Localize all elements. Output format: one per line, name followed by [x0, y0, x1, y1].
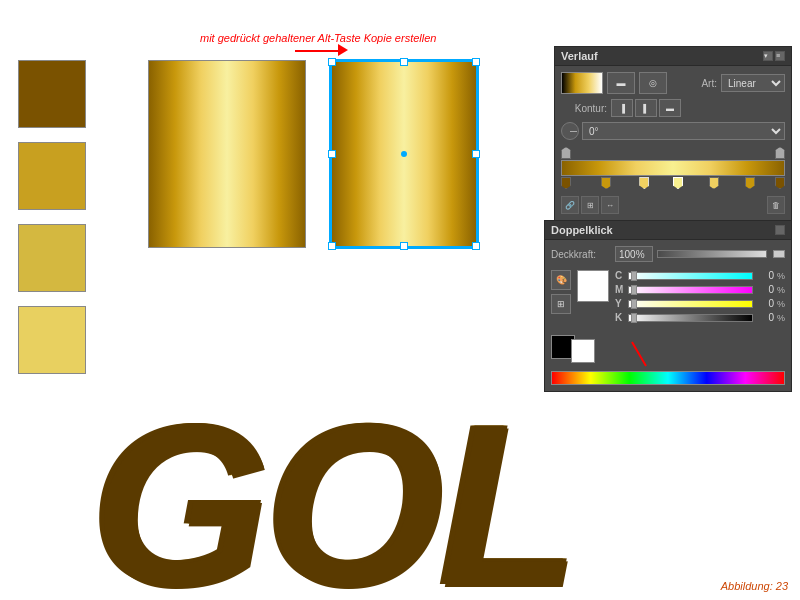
color-stop-2[interactable]: [601, 177, 611, 189]
reverse-btn[interactable]: ↔: [601, 196, 619, 214]
color-stop-3[interactable]: [639, 177, 649, 189]
gradient-preview[interactable]: [561, 72, 603, 94]
opacity-stops: [561, 145, 785, 159]
verlauf-panel-title: Verlauf: [561, 50, 598, 62]
cmyk-m-thumb[interactable]: [631, 285, 637, 295]
main-gradient-bar[interactable]: [561, 160, 785, 176]
cmyk-k-track[interactable]: [628, 314, 753, 322]
cmyk-c-value: 0: [756, 270, 774, 281]
panel-controls: ▾ ≡: [763, 51, 785, 61]
color-stop-1[interactable]: [561, 177, 571, 189]
color-panel-body: Deckkraft: 🎨 ⊞ C: [545, 240, 791, 391]
verlauf-panel: Verlauf ▾ ≡ ▬ ◎ Art: Linear Kontur:: [554, 46, 792, 221]
cmyk-y-row: Y 0 %: [615, 298, 785, 309]
cmyk-k-thumb[interactable]: [631, 313, 637, 323]
cmyk-c-row: C 0 %: [615, 270, 785, 281]
cmyk-m-track[interactable]: [628, 286, 753, 294]
color-stop-7[interactable]: [775, 177, 785, 189]
verlauf-title-bar: Verlauf ▾ ≡: [555, 47, 791, 66]
cmyk-k-row: K 0 %: [615, 312, 785, 323]
cmyk-m-row: M 0 %: [615, 284, 785, 295]
color-stops: [561, 177, 785, 193]
swatch-4[interactable]: [18, 306, 86, 374]
trash-btn[interactable]: 🗑: [767, 196, 785, 214]
kontur-label: Kontur:: [561, 103, 607, 114]
opacity-stop-right[interactable]: [775, 147, 785, 159]
cmyk-k-value: 0: [756, 312, 774, 323]
bg-color[interactable]: [571, 339, 595, 363]
opacity-slider[interactable]: [657, 250, 767, 258]
art-label: Art:: [671, 78, 717, 89]
cmyk-sliders: C 0 % M 0 %: [615, 270, 785, 326]
gradient-radial-btn[interactable]: ◎: [639, 72, 667, 94]
swatches-panel: [18, 60, 86, 374]
gold-text: GOL: [90, 390, 573, 600]
cmyk-c-thumb[interactable]: [631, 271, 637, 281]
handle-bottom-right[interactable]: [472, 242, 480, 250]
cmyk-m-label: M: [615, 284, 625, 295]
bottom-icons-left: 🔗 ⊞ ↔: [561, 196, 619, 214]
opacity-input[interactable]: [615, 246, 653, 262]
cmyk-c-track[interactable]: [628, 272, 753, 280]
handle-top-mid[interactable]: [400, 58, 408, 66]
color-panel: Doppelklick Deckkraft: 🎨 ⊞: [544, 220, 792, 392]
white-swatch[interactable]: [577, 270, 609, 302]
gradient-type-row: ▬ ◎ Art: Linear: [561, 72, 785, 94]
handle-top-right[interactable]: [472, 58, 480, 66]
color-picker-area: 🎨 ⊞ C 0 %: [551, 270, 785, 326]
opacity-stop-left[interactable]: [561, 147, 571, 159]
arrow-line: [295, 50, 341, 52]
grid-icon-btn[interactable]: ⊞: [581, 196, 599, 214]
angle-row: 0°: [561, 122, 785, 140]
handle-bottom-left[interactable]: [328, 242, 336, 250]
cmyk-k-percent: %: [777, 313, 785, 323]
fg-bg-row: [551, 331, 785, 363]
cmyk-c-percent: %: [777, 271, 785, 281]
art-select[interactable]: Linear: [721, 74, 785, 92]
cmyk-y-label: Y: [615, 298, 625, 309]
grid2-icon-btn[interactable]: ⊞: [551, 294, 571, 314]
color-panel-close[interactable]: [775, 225, 785, 235]
angle-select[interactable]: 0°: [582, 122, 785, 140]
angle-wheel[interactable]: [561, 122, 579, 140]
panel-menu-btn[interactable]: ≡: [775, 51, 785, 61]
verlauf-bottom-row: 🔗 ⊞ ↔ 🗑: [561, 196, 785, 214]
opacity-label: Deckkraft:: [551, 249, 611, 260]
spectrum-bar[interactable]: [551, 371, 785, 385]
swatch-3[interactable]: [18, 224, 86, 292]
kontur-btn-1[interactable]: ▐: [611, 99, 633, 117]
kontur-btn-2[interactable]: ▌: [635, 99, 657, 117]
link-icon-btn[interactable]: 🔗: [561, 196, 579, 214]
swatch-2[interactable]: [18, 142, 86, 210]
handle-mid-right[interactable]: [472, 150, 480, 158]
panel-collapse-btn[interactable]: ▾: [763, 51, 773, 61]
color-panel-controls: [775, 225, 785, 235]
verlauf-body: ▬ ◎ Art: Linear Kontur: ▐ ▌ ▬: [555, 66, 791, 220]
gradient-linear-btn[interactable]: ▬: [607, 72, 635, 94]
color-stop-5[interactable]: [709, 177, 719, 189]
color-stop-4-selected[interactable]: [673, 177, 683, 189]
opacity-slider-thumb[interactable]: [773, 250, 785, 258]
cmyk-k-label: K: [615, 312, 625, 323]
color-bottom: [551, 331, 785, 385]
color-icons-col: 🎨 ⊞: [551, 270, 571, 314]
gradient-rect-copy[interactable]: [330, 60, 478, 248]
handle-mid-left[interactable]: [328, 150, 336, 158]
doppelklick-label: Doppelklick: [551, 224, 613, 236]
palette-icon-btn[interactable]: 🎨: [551, 270, 571, 290]
kontur-buttons: ▐ ▌ ▬: [611, 99, 681, 117]
figure-number: Abbildung: 23: [721, 580, 788, 592]
cmyk-y-value: 0: [756, 298, 774, 309]
cmyk-y-percent: %: [777, 299, 785, 309]
center-dot: [401, 151, 407, 157]
kontur-btn-3[interactable]: ▬: [659, 99, 681, 117]
cmyk-m-percent: %: [777, 285, 785, 295]
handle-bottom-mid[interactable]: [400, 242, 408, 250]
cmyk-m-value: 0: [756, 284, 774, 295]
swatch-1[interactable]: [18, 60, 86, 128]
gradient-rect-original[interactable]: [148, 60, 306, 248]
cmyk-y-track[interactable]: [628, 300, 753, 308]
color-stop-6[interactable]: [745, 177, 755, 189]
handle-top-left[interactable]: [328, 58, 336, 66]
cmyk-y-thumb[interactable]: [631, 299, 637, 309]
